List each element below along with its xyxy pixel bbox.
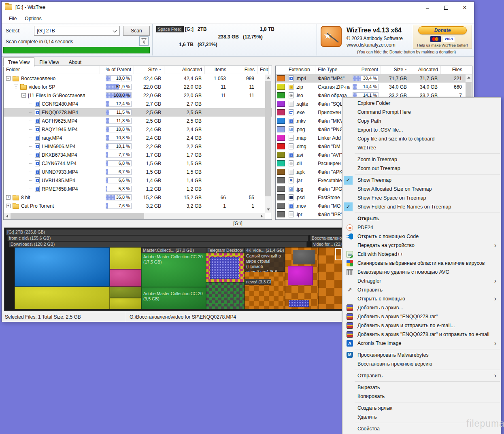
treemap-label-news[interactable]: news\ (3,3 GB) <box>245 279 271 285</box>
tab-tree-view[interactable]: Tree View <box>3 57 34 67</box>
tree-row[interactable]: AGFH9625.MP411,3 %2,5 GB2,5 GB <box>4 117 272 125</box>
menu-item[interactable]: Добавить в архив... <box>342 303 501 312</box>
treemap-block-yellow[interactable] <box>15 287 110 309</box>
drive-selector[interactable]: [G:] 2TB <box>34 26 120 36</box>
column-header-Extension[interactable]: Extension <box>286 66 315 74</box>
donate-button[interactable]: Donate <box>418 26 467 34</box>
menu-item[interactable]: Открыть <box>342 214 501 223</box>
scroll-left-icon[interactable] <box>4 213 10 219</box>
column-header-Percent[interactable]: Percent <box>350 66 381 74</box>
menu-item[interactable]: Export to .CSV file... <box>342 126 501 134</box>
menu-item[interactable]: Zoom out Treemap <box>342 164 501 173</box>
treemap-label-mastercollection[interactable]: Master.Collecti... (27,0 GB) <box>141 247 206 253</box>
menu-item[interactable]: Просканировать Malwarebytes <box>342 351 501 360</box>
tree-row[interactable]: −Восстановлено18,0 %42,4 GB42,4 GB1 0539… <box>4 74 272 83</box>
treemap-block[interactable] <box>293 250 315 264</box>
collapse-toggle-icon[interactable]: − <box>21 93 26 98</box>
treemap-label-4kvideo[interactable]: 4K Vide... (21,4 GB) <box>245 247 285 253</box>
menu-item[interactable]: Show Treemap <box>342 176 501 185</box>
menu-item[interactable]: Вырезать <box>342 383 501 392</box>
column-header-Size[interactable]: Size▼ <box>381 66 410 74</box>
menu-item[interactable]: Безвозвратно удалить с помощью AVG <box>342 268 501 277</box>
collapse-toggle-icon[interactable]: − <box>6 76 11 81</box>
treemap-mosaic[interactable] <box>206 282 245 309</box>
filter-button[interactable] <box>139 36 149 46</box>
scroll-right-icon[interactable] <box>259 213 265 219</box>
column-header-Files[interactable]: Files <box>229 66 257 74</box>
tree-horizontal-scrollbar[interactable] <box>4 213 265 219</box>
maximize-button[interactable] <box>437 2 455 14</box>
treemap-block[interactable] <box>288 266 313 285</box>
scrollbar-thumb[interactable] <box>11 213 144 219</box>
tree-vertical-scrollbar[interactable] <box>265 74 271 213</box>
menu-item[interactable]: Открыть с помощью Code <box>342 232 501 241</box>
extension-row[interactable]: .mp4Файл "MP4"30,4 %71,7 GB71,7 GB221 <box>276 74 472 83</box>
treemap-block[interactable] <box>210 257 239 279</box>
minimize-button[interactable]: – <box>418 2 437 14</box>
treemap-block[interactable] <box>110 269 141 287</box>
title-bar[interactable]: [G:] - WizTree – × <box>2 2 474 14</box>
treemap-label-telegram[interactable]: Telegram Desktop\ (9,0 GB) <box>206 247 245 253</box>
menu-item[interactable]: Отправить <box>342 285 501 294</box>
menu-item[interactable]: Show Folder and File Names on Treemap <box>342 202 501 211</box>
treemap-label-stream[interactable]: Самый скучный в мире стрим!(Прямой эфир!… <box>245 253 285 272</box>
treemap-block[interactable] <box>289 300 309 307</box>
column-header-Files[interactable]: Files <box>441 66 465 74</box>
tree-row[interactable]: CJYN6744.MP46,8 %1,5 GB1,5 GB <box>4 159 272 168</box>
menu-item[interactable]: Передать на устройство <box>342 241 501 250</box>
menu-item[interactable]: Открыть с помощью <box>342 294 501 303</box>
scan-button[interactable]: Scan <box>123 26 150 36</box>
menu-item[interactable]: Восстановить прежнюю версию <box>342 360 501 368</box>
column-header-Size[interactable]: Size▼ <box>134 66 164 74</box>
treemap-block[interactable] <box>110 247 141 269</box>
tree-row[interactable]: DKXB6734.MP47,7 %1,7 GB1,7 GB <box>4 151 272 159</box>
menu-item[interactable]: Отправить <box>342 371 501 380</box>
menu-item[interactable]: Defraggler <box>342 277 501 285</box>
treemap-block-blue[interactable] <box>15 247 110 287</box>
menu-item[interactable]: Show Free Space on Treemap <box>342 194 501 202</box>
tree-row[interactable]: LHIM6906.MP410,1 %2,2 GB2,2 GB <box>4 142 272 151</box>
treemap-block-adobe2[interactable]: Adobe.Master.Collection.CC.20 (9,5 GB) <box>141 287 206 309</box>
menu-file[interactable]: File <box>5 15 21 23</box>
menu-item[interactable]: Сканировать выбранные области на наличие… <box>342 259 501 268</box>
treemap-label-downloads[interactable]: Downloads\ (120,2 GB) <box>9 241 307 247</box>
menu-item[interactable]: PDF24 <box>342 223 501 232</box>
tree-row[interactable]: CGNR2480.MP412,4 %2,7 GB2,7 GB <box>4 100 272 108</box>
close-button[interactable]: × <box>455 2 474 14</box>
menu-item[interactable]: Добавить в архив "ENQQ0278.rar" <box>342 312 501 321</box>
menu-options[interactable]: Options <box>21 15 45 23</box>
menu-item[interactable]: Добавить в архив "ENQQ0278.rar" и отправ… <box>342 330 501 339</box>
tree-row[interactable]: −[11 Files in G:\Восстановл100,0 %22,0 G… <box>4 91 272 100</box>
scrollbar-thumb[interactable] <box>265 81 271 196</box>
menu-item[interactable]: Show Allocated Size on Treemap <box>342 185 501 194</box>
tree-row[interactable]: UVBI1485.MP46,6 %1,4 GB1,4 GB <box>4 176 272 185</box>
menu-item[interactable]: Добавить в архив и отправить по e-mail..… <box>342 321 501 330</box>
treemap-block-adobe1[interactable]: Adobe.Master.Collection.CC.20 (17,5 GB) <box>141 253 206 287</box>
tree-row[interactable]: UNND7933.MP46,7 %1,5 GB1,5 GB <box>4 168 272 176</box>
collapse-toggle-icon[interactable]: − <box>14 85 18 89</box>
column-header-Items[interactable]: Items <box>205 66 229 74</box>
menu-item[interactable]: Копировать <box>342 392 501 401</box>
column-header-Allocated[interactable]: Allocated <box>164 66 205 74</box>
column-header-% of Parent[interactable]: % of Parent <box>100 66 134 74</box>
tree-row[interactable]: RPME7658.MP45,3 %1,2 GB1,2 GB <box>4 185 272 193</box>
column-header-Allocated[interactable]: Allocated <box>410 66 441 74</box>
treemap-selected-file[interactable] <box>335 248 342 260</box>
menu-item[interactable]: WizTree <box>342 143 501 152</box>
column-header-color[interactable] <box>276 66 286 74</box>
menu-item[interactable]: Zoom in Treemap <box>342 155 501 164</box>
treemap-block[interactable] <box>110 287 141 298</box>
expand-toggle-icon[interactable]: + <box>6 204 11 208</box>
menu-item[interactable]: Command Prompt Here <box>342 108 501 117</box>
expand-toggle-icon[interactable]: + <box>6 195 11 200</box>
extension-row[interactable]: .zipСжатая ZIP-пап14,4 %34,0 GB34,0 GB66… <box>276 83 472 91</box>
treemap-label-fromcold[interactable]: from c old\ (155,6 GB) <box>7 235 308 241</box>
tree-row[interactable]: −video for SP51,9 %22,0 GB22,0 GB1111 <box>4 83 272 91</box>
menu-item[interactable]: Copy file and size info to clipboard <box>342 134 501 143</box>
menu-item[interactable]: Copy Path <box>342 117 501 126</box>
brand-website[interactable]: www.diskanalyzer.com <box>347 42 396 48</box>
tree-row[interactable]: raqy.MP410,8 %2,4 GB2,4 GB <box>4 134 272 142</box>
menu-item[interactable]: Edit with Notepad++ <box>342 250 501 259</box>
tree-row[interactable]: RAQY1946.MP410,8 %2,4 GB2,4 GB <box>4 125 272 134</box>
scroll-down-icon[interactable] <box>265 206 271 213</box>
